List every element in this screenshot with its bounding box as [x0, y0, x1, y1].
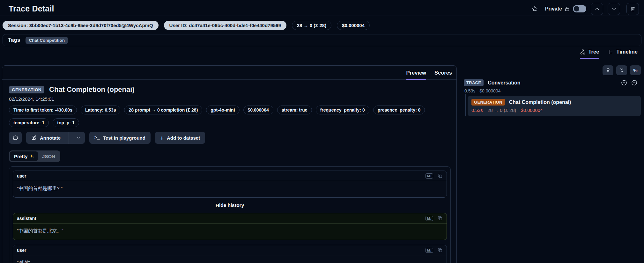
- message-assistant: assistant M↓ "中国的首都是北京。": [13, 213, 447, 240]
- tab-scores[interactable]: Scores: [434, 70, 452, 80]
- copy-icon[interactable]: [437, 247, 443, 253]
- tree-connector-line: [465, 94, 466, 116]
- message-tools: M↓: [426, 216, 443, 221]
- collapse-all-button[interactable]: [616, 65, 627, 75]
- tab-tree[interactable]: Tree: [580, 49, 599, 59]
- privacy-label: Private: [545, 6, 562, 12]
- message-header: user M↓: [13, 245, 447, 255]
- format-json-button[interactable]: JSON: [38, 151, 59, 161]
- annotate-split-button[interactable]: Annotate: [26, 132, 85, 144]
- cost-badge: $0.000004: [337, 21, 370, 30]
- copy-icon[interactable]: [437, 216, 443, 221]
- metrics-visibility-button[interactable]: %: [630, 65, 641, 75]
- trace-badges-row: Session: 3bb00ec7-1b13-4c9b-85ee-3d9d70f…: [0, 16, 644, 34]
- next-trace-button[interactable]: [608, 3, 620, 15]
- tag-chip[interactable]: Chat Competition: [26, 37, 68, 44]
- observation-detail-panel: Preview Scores GENERATION Chat Completio…: [2, 65, 457, 263]
- generation-type-badge: GENERATION: [471, 99, 505, 106]
- trace-metrics: 0.53s $0.000004: [460, 88, 641, 93]
- observation-header: GENERATION Chat Completion (openai): [9, 85, 449, 94]
- top-bar: Trace Detail Private: [0, 0, 644, 16]
- markdown-toggle-icon[interactable]: M↓: [426, 173, 433, 179]
- annotate-menu-button[interactable]: [72, 132, 85, 144]
- tab-timeline-label: Timeline: [616, 49, 638, 55]
- message-tools: M↓: [426, 247, 443, 253]
- generation-title: Chat Completion (openai): [509, 99, 571, 105]
- collapse-icon: [619, 68, 625, 73]
- metric-latency: Latency: 0.53s: [81, 106, 121, 114]
- annotate-button[interactable]: Annotate: [26, 132, 65, 144]
- timeline-icon: [608, 49, 614, 55]
- trace-tree-sidebar: % TRACE Conversation 0.53s: [457, 65, 644, 116]
- markdown-toggle-icon[interactable]: M↓: [426, 248, 433, 253]
- metric-model[interactable]: gpt-4o-mini: [206, 106, 239, 114]
- test-in-playground-button[interactable]: >_ Test in playground: [89, 132, 151, 144]
- actions-row: Annotate >_ Test in playground: [9, 132, 449, 144]
- tab-timeline[interactable]: Timeline: [608, 49, 638, 59]
- panel-content: GENERATION Chat Completion (openai) 02/1…: [2, 80, 456, 263]
- tree-expand-controls: [621, 79, 638, 86]
- message-user-2: user M↓ "谢谢": [13, 245, 447, 263]
- add-to-dataset-button[interactable]: + Add to dataset: [155, 132, 205, 144]
- lock-icon: [564, 6, 570, 12]
- trace-detail-page: Trace Detail Private: [0, 0, 644, 263]
- main-area: Preview Scores GENERATION Chat Completio…: [0, 58, 644, 263]
- hide-history-button[interactable]: Hide history: [13, 202, 447, 208]
- comment-button[interactable]: [9, 132, 22, 144]
- tab-tree-label: Tree: [588, 49, 599, 55]
- tree-icon: [580, 49, 586, 55]
- observation-metrics: Time to first token: -430.00s Latency: 0…: [9, 106, 449, 127]
- top-bar-actions: Private: [531, 3, 639, 15]
- observation-timestamp: 02/12/2024, 14:25:01: [9, 96, 449, 102]
- messages-container: user M↓ "中国的首都是哪里? " Hide history: [9, 166, 451, 263]
- trace-node-row: TRACE Conversation: [460, 79, 641, 86]
- edit-icon: [31, 135, 37, 141]
- metric-token-usage: 28 prompt → 0 completion (Σ 28): [124, 106, 202, 114]
- session-badge[interactable]: Session: 3bb00ec7-1b13-4c9b-85ee-3d9d70f…: [3, 21, 159, 30]
- metric-cost: $0.000004: [243, 106, 273, 114]
- generation-node-header: GENERATION Chat Completion (openai): [471, 99, 637, 106]
- message-role: user: [17, 173, 26, 179]
- percent-icon: %: [633, 68, 637, 73]
- metric-temperature: temperature: 1: [9, 118, 49, 127]
- scores-visibility-button[interactable]: [603, 65, 613, 75]
- observation-type-badge: GENERATION: [9, 86, 44, 93]
- tree-children: GENERATION Chat Completion (openai) 0.53…: [460, 96, 641, 116]
- metric-frequency-penalty: frequency_penalty: 0: [316, 106, 369, 114]
- message-content: "中国的首都是北京。": [13, 223, 447, 240]
- message-header: user M↓: [13, 171, 447, 181]
- user-id-badge[interactable]: User ID: dc47a41e-06bc-400d-bde1-f0e440d…: [164, 21, 286, 30]
- privacy-status: Private: [545, 5, 586, 12]
- tags-bar: Tags Chat Competition: [3, 34, 641, 46]
- metric-stream: stream: true: [277, 106, 312, 114]
- public-sharing-toggle[interactable]: [573, 5, 586, 12]
- expand-all-icon[interactable]: [621, 79, 627, 86]
- plus-icon: +: [160, 135, 164, 141]
- terminal-icon: >_: [94, 135, 100, 140]
- copy-icon[interactable]: [437, 173, 443, 179]
- tab-preview[interactable]: Preview: [406, 70, 426, 80]
- trace-cost: $0.000004: [479, 88, 500, 93]
- delete-trace-button[interactable]: [626, 3, 639, 15]
- chat-bubble-icon: [12, 135, 19, 141]
- trace-latency: 0.53s: [464, 88, 475, 93]
- trace-node[interactable]: TRACE Conversation: [464, 79, 521, 86]
- markdown-toggle-icon[interactable]: M↓: [426, 216, 433, 221]
- generation-cost: $0.000004: [521, 108, 543, 113]
- previous-trace-button[interactable]: [591, 3, 603, 15]
- metric-presence-penalty: presence_penalty: 0: [373, 106, 425, 114]
- format-toggle: Pretty ✦˖ JSON: [9, 150, 60, 162]
- metric-top-p: top_p: 1: [53, 118, 79, 127]
- chevron-down-icon: [76, 135, 81, 140]
- page-title: Trace Detail: [9, 4, 54, 13]
- view-tabs: Tree Timeline: [0, 46, 644, 58]
- message-user-1: user M↓ "中国的首都是哪里? ": [13, 171, 447, 198]
- generation-node-row[interactable]: GENERATION Chat Completion (openai) 0.53…: [468, 96, 641, 116]
- award-icon: [605, 68, 611, 73]
- format-pretty-button[interactable]: Pretty ✦˖: [10, 151, 38, 161]
- bookmark-star-button[interactable]: [531, 5, 538, 12]
- chevron-up-icon: [594, 6, 600, 12]
- generation-metrics: 0.53s 28 → 0 (Σ 28) $0.000004: [471, 108, 637, 113]
- generation-token-usage: 28 → 0 (Σ 28): [487, 108, 516, 113]
- collapse-node-icon[interactable]: [631, 79, 638, 86]
